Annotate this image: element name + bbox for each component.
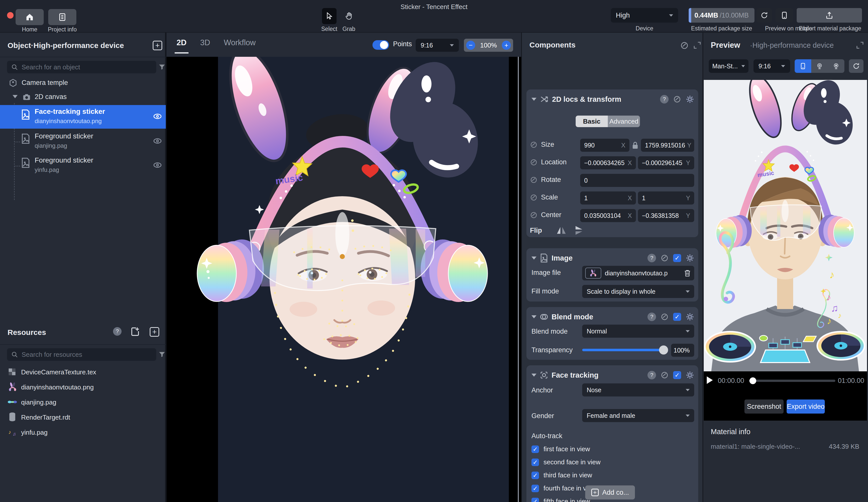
collapse-panel-icon[interactable] [856, 41, 864, 49]
screenshot-button[interactable]: Screenshot [744, 399, 784, 413]
reset-icon[interactable] [661, 371, 669, 379]
mode-basic-tab[interactable]: Basic [576, 115, 608, 127]
autotrack-option-2[interactable]: second face in view [531, 458, 600, 466]
autotrack-option-3[interactable]: third face in view [531, 471, 592, 479]
eye-icon[interactable] [153, 112, 162, 121]
rotate-input[interactable]: 0 [580, 174, 694, 187]
add-component-button[interactable]: + Add co... [585, 485, 635, 500]
location-x-input[interactable]: −0.000634265X [580, 156, 636, 170]
play-button[interactable] [707, 376, 713, 384]
collapse-panel-icon[interactable] [693, 41, 701, 49]
size-x-input[interactable]: 990X [580, 139, 629, 152]
tree-row-foreground-qianjing[interactable]: Foreground sticker qianjing.pag [0, 131, 166, 154]
import-resource-icon[interactable] [130, 327, 140, 337]
select-tool-button[interactable] [322, 8, 337, 24]
reset-components-icon[interactable] [680, 41, 689, 50]
timeline-knob[interactable] [750, 377, 756, 384]
ratio-dropdown[interactable]: 9:16 [416, 39, 459, 52]
traffic-close-button[interactable] [7, 12, 13, 19]
enable-checkbox[interactable] [673, 254, 681, 262]
reset-icon[interactable] [661, 254, 669, 262]
transparency-slider[interactable] [582, 349, 665, 351]
center-y-input[interactable]: −0.36381358Y [638, 209, 694, 222]
source-camera-back-button[interactable] [828, 59, 844, 73]
scale-y-input[interactable]: 1Y [638, 192, 694, 205]
resource-row[interactable]: qianjing.pag [0, 395, 166, 410]
collapse-section-icon[interactable] [531, 315, 537, 318]
object-search-input[interactable] [22, 63, 152, 71]
reset-field-icon[interactable] [530, 194, 537, 201]
reset-field-icon[interactable] [530, 176, 537, 184]
lock-icon[interactable] [631, 141, 639, 150]
trash-icon[interactable] [684, 269, 691, 277]
checkbox-checked[interactable] [531, 498, 539, 502]
preview-ratio-dropdown[interactable]: 9:16 [754, 59, 790, 73]
resource-row[interactable]: DeviceCameraTexture.tex [0, 365, 166, 379]
source-camera-front-button[interactable] [811, 59, 828, 73]
resource-search[interactable] [7, 348, 156, 361]
help-icon[interactable] [660, 95, 669, 103]
checkbox-checked[interactable] [531, 445, 539, 453]
anchor-dropdown[interactable]: Nose [582, 383, 694, 397]
slider-knob[interactable] [659, 346, 668, 355]
blend-mode-dropdown[interactable]: Normal [582, 325, 694, 338]
gear-icon[interactable] [686, 313, 694, 321]
reset-field-icon[interactable] [530, 211, 537, 219]
refresh-package-button[interactable] [756, 8, 772, 23]
resource-row[interactable]: RenderTarget.rdt [0, 410, 166, 424]
zoom-out-button[interactable]: − [466, 41, 475, 50]
tree-row-foreground-yinfu[interactable]: Foreground sticker yinfu.pag [0, 155, 166, 178]
resource-search-input[interactable] [22, 351, 152, 359]
help-icon[interactable] [648, 313, 656, 321]
image-file-field[interactable]: dianyinshaonvtoutao.p [582, 266, 694, 280]
collapse-section-icon[interactable] [531, 98, 537, 101]
caret-down-icon[interactable] [12, 95, 18, 98]
reset-icon[interactable] [673, 95, 681, 103]
resource-filter-icon[interactable] [158, 351, 166, 358]
tree-row-camera[interactable]: Camera temple [0, 77, 166, 89]
location-y-input[interactable]: −0.000296145Y [638, 156, 694, 170]
eye-icon[interactable] [153, 160, 162, 170]
gear-icon[interactable] [686, 371, 694, 379]
grab-tool-button[interactable] [342, 8, 356, 24]
resource-row[interactable]: ♪♫ yinfu.pag [0, 425, 166, 440]
help-icon[interactable] [648, 254, 656, 262]
gear-icon[interactable] [686, 95, 694, 103]
autotrack-option-5[interactable]: fifth face in view [531, 498, 590, 502]
preview-viewport[interactable]: music ♪ ♪ ♫ ♪ ♪ [704, 80, 867, 371]
tab-3d[interactable]: 3D [200, 38, 210, 47]
help-icon[interactable] [648, 371, 656, 379]
device-quality-dropdown[interactable]: High [611, 8, 678, 23]
project-info-button[interactable] [48, 9, 76, 25]
object-filter-icon[interactable] [158, 63, 166, 71]
size-y-input[interactable]: 1759.9915016Y [641, 139, 694, 152]
timeline-slider[interactable] [749, 380, 835, 382]
mode-advanced-tab[interactable]: Advanced [608, 115, 640, 127]
flip-vertical-icon[interactable] [573, 225, 585, 236]
center-x-input[interactable]: 0.035003104X [580, 209, 636, 222]
checkbox-checked[interactable] [531, 472, 539, 479]
collapse-section-icon[interactable] [531, 373, 537, 377]
resource-row[interactable]: dianyinshaonvtoutao.png [0, 380, 166, 395]
tree-row-face-sticker[interactable]: Face-tracking sticker dianyinshaonvtouta… [0, 105, 166, 129]
tab-workflow[interactable]: Workflow [224, 38, 256, 47]
enable-checkbox[interactable] [673, 371, 681, 379]
export-video-button[interactable]: Export video [787, 399, 825, 413]
export-package-button[interactable] [797, 8, 862, 23]
tree-row-2d-canvas[interactable]: 2D canvas [0, 91, 166, 103]
home-button[interactable] [16, 9, 44, 25]
model-dropdown[interactable]: Man-St... [709, 59, 748, 73]
object-search[interactable] [7, 61, 156, 73]
flip-horizontal-icon[interactable] [556, 225, 567, 236]
canvas-stage[interactable]: music [166, 57, 521, 502]
gender-dropdown[interactable]: Female and male [582, 409, 694, 422]
reset-field-icon[interactable] [530, 141, 537, 148]
reset-field-icon[interactable] [530, 158, 537, 166]
preview-refresh-button[interactable] [849, 59, 864, 73]
enable-checkbox[interactable] [673, 313, 681, 321]
fill-mode-dropdown[interactable]: Scale to display in whole [582, 285, 694, 298]
checkbox-checked[interactable] [531, 459, 539, 466]
zoom-in-button[interactable]: + [502, 41, 511, 50]
scale-x-input[interactable]: 1X [580, 192, 636, 205]
checkbox-checked[interactable] [531, 485, 539, 492]
